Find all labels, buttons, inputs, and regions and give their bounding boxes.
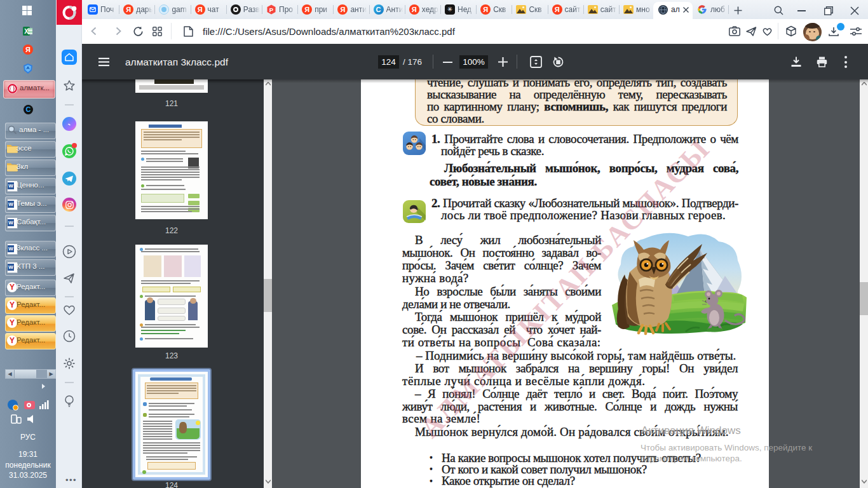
svg-text:P: P	[269, 6, 274, 13]
svg-text:X: X	[24, 28, 29, 35]
